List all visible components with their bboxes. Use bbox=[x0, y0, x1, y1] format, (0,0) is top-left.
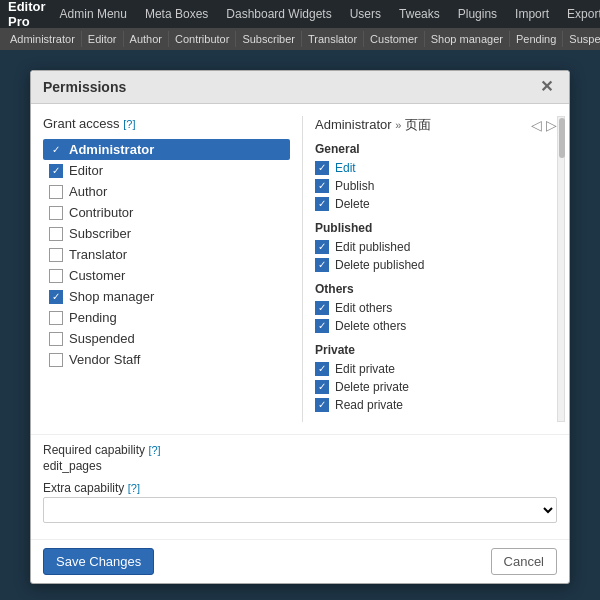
role-label-administrator: Administrator bbox=[69, 142, 154, 157]
perm-cb-read-private[interactable] bbox=[315, 398, 329, 412]
perm-label-delete-private: Delete private bbox=[335, 380, 409, 394]
perm-section-general-title: General bbox=[315, 142, 557, 156]
role-item-author[interactable]: Author bbox=[43, 181, 290, 202]
perm-cb-edit-others[interactable] bbox=[315, 301, 329, 315]
subnav-subscriber[interactable]: Subscriber bbox=[236, 31, 302, 47]
export-item[interactable]: Export bbox=[559, 3, 600, 25]
perm-item-read-private[interactable]: Read private bbox=[315, 396, 557, 414]
role-checkbox-subscriber[interactable] bbox=[49, 227, 63, 241]
subnav-customer[interactable]: Customer bbox=[364, 31, 425, 47]
role-label-subscriber: Subscriber bbox=[69, 226, 131, 241]
grant-access-label: Grant access [?] bbox=[43, 116, 290, 131]
extra-cap-help[interactable]: [?] bbox=[128, 482, 140, 494]
perm-section-private-title: Private bbox=[315, 343, 557, 357]
role-item-pending[interactable]: Pending bbox=[43, 307, 290, 328]
prev-icon[interactable]: ◁ bbox=[531, 117, 542, 133]
subnav-shopmanager[interactable]: Shop manager bbox=[425, 31, 510, 47]
subnav-author[interactable]: Author bbox=[124, 31, 169, 47]
subnav-translator[interactable]: Translator bbox=[302, 31, 364, 47]
subnav-administrator[interactable]: Administrator bbox=[4, 31, 82, 47]
required-cap-help[interactable]: [?] bbox=[148, 444, 160, 456]
grant-access-help[interactable]: [?] bbox=[123, 118, 135, 130]
perm-item-delete[interactable]: Delete bbox=[315, 195, 557, 213]
required-cap-title: Required capability [?] bbox=[43, 443, 557, 457]
role-checkbox-vendorstaff[interactable] bbox=[49, 353, 63, 367]
admin-bar-brand: Editor Pro bbox=[8, 0, 46, 29]
role-checkbox-customer[interactable] bbox=[49, 269, 63, 283]
modal-footer: Required capability [?] edit_pages Extra… bbox=[31, 434, 569, 539]
dashboard-widgets-item[interactable]: Dashboard Widgets bbox=[218, 3, 339, 25]
role-checkbox-suspended[interactable] bbox=[49, 332, 63, 346]
role-item-contributor[interactable]: Contributor bbox=[43, 202, 290, 223]
perm-cb-publish[interactable] bbox=[315, 179, 329, 193]
role-item-shopmanager[interactable]: Shop manager bbox=[43, 286, 290, 307]
perm-cb-edit-private[interactable] bbox=[315, 362, 329, 376]
perm-cb-delete-private[interactable] bbox=[315, 380, 329, 394]
role-item-suspended[interactable]: Suspended bbox=[43, 328, 290, 349]
header-arrow: » bbox=[395, 119, 401, 131]
subnav-editor[interactable]: Editor bbox=[82, 31, 124, 47]
role-list: Administrator Editor Author Contributor bbox=[43, 139, 290, 370]
role-checkbox-shopmanager[interactable] bbox=[49, 290, 63, 304]
role-item-vendorstaff[interactable]: Vendor Staff bbox=[43, 349, 290, 370]
perm-item-edit-private[interactable]: Edit private bbox=[315, 360, 557, 378]
perm-cb-edit-published[interactable] bbox=[315, 240, 329, 254]
perm-cb-delete-published[interactable] bbox=[315, 258, 329, 272]
role-label-customer: Customer bbox=[69, 268, 125, 283]
role-item-customer[interactable]: Customer bbox=[43, 265, 290, 286]
role-item-editor[interactable]: Editor bbox=[43, 160, 290, 181]
tweaks-item[interactable]: Tweaks bbox=[391, 3, 448, 25]
perm-label-read-private: Read private bbox=[335, 398, 403, 412]
admin-menu-item[interactable]: Admin Menu bbox=[52, 3, 135, 25]
perm-label-edit-published: Edit published bbox=[335, 240, 410, 254]
subnav-contributor[interactable]: Contributor bbox=[169, 31, 236, 47]
required-capability-section: Required capability [?] edit_pages bbox=[43, 443, 557, 473]
perm-item-delete-others[interactable]: Delete others bbox=[315, 317, 557, 335]
perm-section-published-title: Published bbox=[315, 221, 557, 235]
role-item-translator[interactable]: Translator bbox=[43, 244, 290, 265]
modal-overlay: Permissions ✕ Grant access [?] Administr… bbox=[0, 50, 600, 600]
users-item[interactable]: Users bbox=[342, 3, 389, 25]
role-checkbox-pending[interactable] bbox=[49, 311, 63, 325]
sub-nav: Administrator Editor Author Contributor … bbox=[0, 28, 600, 50]
perm-cb-delete[interactable] bbox=[315, 197, 329, 211]
meta-boxes-item[interactable]: Meta Boxes bbox=[137, 3, 216, 25]
perm-item-publish[interactable]: Publish bbox=[315, 177, 557, 195]
role-checkbox-author[interactable] bbox=[49, 185, 63, 199]
modal-close-button[interactable]: ✕ bbox=[536, 79, 557, 95]
modal-body: Grant access [?] Administrator Editor Au… bbox=[31, 104, 569, 434]
role-checkbox-contributor[interactable] bbox=[49, 206, 63, 220]
plugins-item[interactable]: Plugins bbox=[450, 3, 505, 25]
perm-cb-delete-others[interactable] bbox=[315, 319, 329, 333]
perm-label-publish: Publish bbox=[335, 179, 374, 193]
role-checkbox-translator[interactable] bbox=[49, 248, 63, 262]
perm-section-general: General Edit Publish Delete bbox=[315, 142, 557, 213]
extra-cap-select[interactable] bbox=[43, 497, 557, 523]
role-item-subscriber[interactable]: Subscriber bbox=[43, 223, 290, 244]
subnav-pending[interactable]: Pending bbox=[510, 31, 563, 47]
perm-item-delete-private[interactable]: Delete private bbox=[315, 378, 557, 396]
perm-label-delete: Delete bbox=[335, 197, 370, 211]
next-icon[interactable]: ▷ bbox=[546, 117, 557, 133]
role-checkbox-administrator[interactable] bbox=[49, 143, 63, 157]
perm-item-edit-others[interactable]: Edit others bbox=[315, 299, 557, 317]
import-item[interactable]: Import bbox=[507, 3, 557, 25]
extra-cap-title: Extra capability [?] bbox=[43, 481, 557, 495]
save-changes-button[interactable]: Save Changes bbox=[43, 548, 154, 575]
permissions-header-title: Administrator » 页面 bbox=[315, 116, 431, 134]
perm-label-edit: Edit bbox=[335, 161, 356, 175]
perm-item-delete-published[interactable]: Delete published bbox=[315, 256, 557, 274]
perm-label-delete-others: Delete others bbox=[335, 319, 406, 333]
required-cap-value: edit_pages bbox=[43, 459, 557, 473]
perm-cb-edit[interactable] bbox=[315, 161, 329, 175]
subnav-suspended[interactable]: Suspended bbox=[563, 31, 600, 47]
role-item-administrator[interactable]: Administrator bbox=[43, 139, 290, 160]
role-checkbox-editor[interactable] bbox=[49, 164, 63, 178]
cancel-button[interactable]: Cancel bbox=[491, 548, 557, 575]
right-scrollbar[interactable] bbox=[557, 116, 565, 422]
role-label-suspended: Suspended bbox=[69, 331, 135, 346]
perm-item-edit-published[interactable]: Edit published bbox=[315, 238, 557, 256]
modal-header: Permissions ✕ bbox=[31, 71, 569, 104]
perm-item-edit[interactable]: Edit bbox=[315, 159, 557, 177]
scrollbar-thumb[interactable] bbox=[559, 118, 565, 158]
